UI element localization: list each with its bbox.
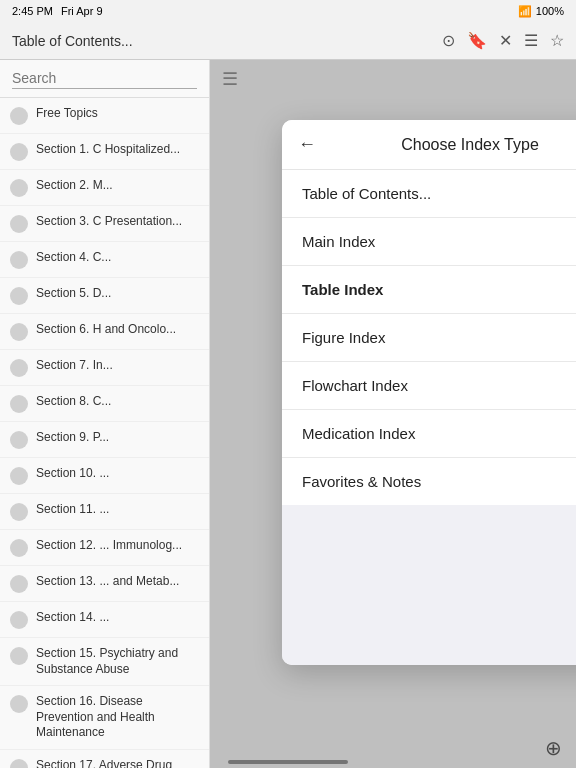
sidebar: Free TopicsSection 1. C Hospitalized...S… <box>0 60 210 768</box>
sidebar-dot <box>10 431 28 449</box>
sidebar-item[interactable]: Section 3. C Presentation... <box>0 206 209 242</box>
sidebar-dot <box>10 695 28 713</box>
sidebar-dot <box>10 503 28 521</box>
sidebar-item[interactable]: Section 17. Adverse Drug Reactions <box>0 750 209 768</box>
menu-icon[interactable]: ☰ <box>524 31 538 50</box>
sidebar-item-label: Section 11. ... <box>36 502 109 518</box>
sidebar-dot <box>10 359 28 377</box>
main-layout: Free TopicsSection 1. C Hospitalized...S… <box>0 60 576 768</box>
sidebar-item-label: Section 17. Adverse Drug Reactions <box>36 758 199 768</box>
sidebar-dot <box>10 107 28 125</box>
sidebar-item[interactable]: Section 8. C... <box>0 386 209 422</box>
sidebar-item-label: Section 9. P... <box>36 430 109 446</box>
sidebar-item[interactable]: Section 7. In... <box>0 350 209 386</box>
search-input[interactable] <box>12 68 197 89</box>
modal-item[interactable]: Medication Index <box>282 410 576 458</box>
content-area: ☰ ← Choose Index Type Table of Contents.… <box>210 60 576 768</box>
sidebar-item-label: Section 16. Disease Prevention and Healt… <box>36 694 199 741</box>
sidebar-item[interactable]: Section 5. D... <box>0 278 209 314</box>
sidebar-dot <box>10 759 28 768</box>
sidebar-item-label: Section 12. ... Immunolog... <box>36 538 182 554</box>
status-time: 2:45 PM <box>12 5 53 17</box>
modal-empty-area <box>282 505 576 665</box>
nav-title: Table of Contents... <box>12 33 434 49</box>
modal-item[interactable]: Main Index <box>282 218 576 266</box>
search-icon[interactable]: ⊙ <box>442 31 455 50</box>
status-bar: 2:45 PM Fri Apr 9 📶 100% <box>0 0 576 22</box>
modal-item[interactable]: Favorites & Notes <box>282 458 576 505</box>
sidebar-item[interactable]: Section 16. Disease Prevention and Healt… <box>0 686 209 750</box>
sidebar-dot <box>10 179 28 197</box>
status-day: Fri Apr 9 <box>61 5 103 17</box>
modal-item[interactable]: Table of Contents... <box>282 170 576 218</box>
sidebar-item-label: Section 6. H and Oncolo... <box>36 322 176 338</box>
wifi-icon: 📶 <box>518 5 532 18</box>
sidebar-item-label: Section 4. C... <box>36 250 111 266</box>
sidebar-item-label: Section 5. D... <box>36 286 111 302</box>
sidebar-item-label: Section 3. C Presentation... <box>36 214 182 230</box>
sidebar-item-label: Section 8. C... <box>36 394 111 410</box>
sidebar-dot <box>10 395 28 413</box>
sidebar-dot <box>10 323 28 341</box>
sidebar-item[interactable]: Section 12. ... Immunolog... <box>0 530 209 566</box>
sidebar-item-label: Section 2. M... <box>36 178 113 194</box>
sidebar-dot <box>10 143 28 161</box>
sidebar-item-label: Section 10. ... <box>36 466 109 482</box>
sidebar-dot <box>10 575 28 593</box>
sidebar-dot <box>10 611 28 629</box>
modal-title: Choose Index Type <box>328 136 576 154</box>
sidebar-dot <box>10 539 28 557</box>
sidebar-item[interactable]: Section 9. P... <box>0 422 209 458</box>
sidebar-item[interactable]: Section 14. ... <box>0 602 209 638</box>
sidebar-list: Free TopicsSection 1. C Hospitalized...S… <box>0 98 209 768</box>
sidebar-item[interactable]: Section 10. ... <box>0 458 209 494</box>
sidebar-dot <box>10 647 28 665</box>
modal-items-list: Table of Contents...Main IndexTable Inde… <box>282 170 576 505</box>
sidebar-item-label: Free Topics <box>36 106 98 122</box>
nav-bar: Table of Contents... ⊙ 🔖 ✕ ☰ ☆ <box>0 22 576 60</box>
sidebar-item-label: Section 13. ... and Metab... <box>36 574 179 590</box>
sidebar-item[interactable]: Section 11. ... <box>0 494 209 530</box>
modal-header: ← Choose Index Type <box>282 120 576 170</box>
sidebar-item[interactable]: Section 15. Psychiatry and Substance Abu… <box>0 638 209 686</box>
star-icon[interactable]: ☆ <box>550 31 564 50</box>
close-icon[interactable]: ✕ <box>499 31 512 50</box>
sidebar-item-label: Section 15. Psychiatry and Substance Abu… <box>36 646 199 677</box>
sidebar-item[interactable]: Section 1. C Hospitalized... <box>0 134 209 170</box>
sidebar-item-label: Section 1. C Hospitalized... <box>36 142 180 158</box>
sidebar-item[interactable]: Section 13. ... and Metab... <box>0 566 209 602</box>
sidebar-dot <box>10 467 28 485</box>
bookmark-icon[interactable]: 🔖 <box>467 31 487 50</box>
sidebar-item[interactable]: Section 2. M... <box>0 170 209 206</box>
sidebar-dot <box>10 251 28 269</box>
modal-item[interactable]: Table Index <box>282 266 576 314</box>
sidebar-dot <box>10 287 28 305</box>
modal-item[interactable]: Figure Index <box>282 314 576 362</box>
sidebar-item-label: Section 7. In... <box>36 358 113 374</box>
sidebar-item[interactable]: Free Topics <box>0 98 209 134</box>
modal-item[interactable]: Flowchart Index <box>282 362 576 410</box>
search-bar <box>0 60 209 98</box>
sidebar-dot <box>10 215 28 233</box>
sidebar-item[interactable]: Section 4. C... <box>0 242 209 278</box>
modal-back-button[interactable]: ← <box>298 134 316 155</box>
battery-status: 100% <box>536 5 564 17</box>
choose-index-modal: ← Choose Index Type Table of Contents...… <box>282 120 576 665</box>
sidebar-item-label: Section 14. ... <box>36 610 109 626</box>
sidebar-item[interactable]: Section 6. H and Oncolo... <box>0 314 209 350</box>
